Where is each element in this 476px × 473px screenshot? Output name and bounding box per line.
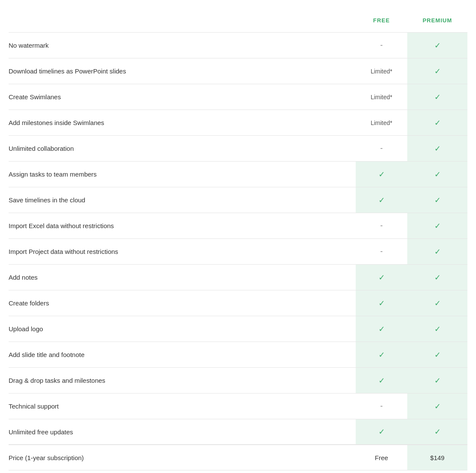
check-icon <box>434 350 441 360</box>
free-column-header: FREE <box>356 17 407 27</box>
check-icon <box>434 402 441 411</box>
table-row: Download timelines as PowerPoint slidesL… <box>9 58 467 84</box>
free-cell: Limited* <box>356 58 407 84</box>
check-icon <box>434 221 441 231</box>
feature-name: Unlimited collaboration <box>9 138 356 159</box>
free-cell <box>356 368 407 393</box>
premium-cell <box>407 239 467 264</box>
feature-name: Import Project data without restrictions <box>9 241 356 262</box>
feature-name: Create folders <box>9 293 356 314</box>
table-row: Save timelines in the cloud <box>9 187 467 213</box>
check-icon <box>434 427 441 436</box>
check-icon <box>434 144 441 153</box>
feature-name: Save timelines in the cloud <box>9 189 356 211</box>
premium-cell <box>407 136 467 161</box>
check-icon <box>378 195 385 205</box>
check-icon <box>434 273 441 282</box>
feature-name: Create Swimlanes <box>9 86 356 107</box>
free-cell: Limited* <box>356 110 407 135</box>
check-icon <box>434 247 441 256</box>
check-icon <box>378 299 385 308</box>
table-row: Add milestones inside SwimlanesLimited* <box>9 110 467 135</box>
check-icon <box>378 350 385 360</box>
dash-icon: - <box>380 247 383 256</box>
check-icon <box>378 427 385 436</box>
table-row: Drag & drop tasks and milestones <box>9 367 467 393</box>
feature-name: Add notes <box>9 267 356 288</box>
premium-cell <box>407 265 467 290</box>
premium-cell <box>407 290 467 316</box>
feature-name: No watermark <box>9 35 356 56</box>
check-icon <box>378 273 385 282</box>
price-free-value: Free <box>356 445 407 470</box>
premium-cell <box>407 213 467 238</box>
free-cell <box>356 342 407 367</box>
premium-cell <box>407 394 467 419</box>
check-icon <box>378 324 385 334</box>
table-row: Import Project data without restrictions… <box>9 238 467 264</box>
premium-cell <box>407 187 467 213</box>
table-row: Create folders <box>9 290 467 316</box>
table-row: Unlimited collaboration- <box>9 135 467 161</box>
dash-icon: - <box>380 221 383 230</box>
free-cell <box>356 162 407 187</box>
feature-name: Unlimited free updates <box>9 421 356 442</box>
premium-cell <box>407 316 467 342</box>
check-icon <box>434 41 441 50</box>
limited-label: Limited* <box>371 68 393 75</box>
table-row: Add slide title and footnote <box>9 342 467 367</box>
rows-container: No watermark-Download timelines as Power… <box>9 32 467 445</box>
check-icon <box>378 376 385 385</box>
premium-cell <box>407 162 467 187</box>
limited-label: Limited* <box>371 119 393 126</box>
premium-cell <box>407 419 467 444</box>
premium-cell <box>407 33 467 58</box>
table-row: Unlimited free updates <box>9 419 467 445</box>
price-row: Price (1-year subscription) Free $149 <box>9 445 467 470</box>
feature-name: Drag & drop tasks and milestones <box>9 370 356 391</box>
feature-name: Upload logo <box>9 318 356 339</box>
feature-name: Add milestones inside Swimlanes <box>9 112 356 133</box>
check-icon <box>434 118 441 128</box>
dash-icon: - <box>380 402 383 411</box>
check-icon <box>434 92 441 102</box>
premium-cell <box>407 58 467 84</box>
check-icon <box>434 299 441 308</box>
premium-cell <box>407 110 467 135</box>
free-cell: - <box>356 33 407 58</box>
free-cell <box>356 265 407 290</box>
free-cell: - <box>356 394 407 419</box>
check-icon <box>434 170 441 179</box>
table-row: Create SwimlanesLimited* <box>9 84 467 110</box>
dash-icon: - <box>380 144 383 153</box>
premium-cell <box>407 84 467 110</box>
feature-name: Technical support <box>9 396 356 417</box>
premium-cell <box>407 368 467 393</box>
table-row: No watermark- <box>9 32 467 58</box>
premium-cell <box>407 342 467 367</box>
feature-name: Import Excel data without restrictions <box>9 215 356 236</box>
check-icon <box>434 324 441 334</box>
check-icon <box>434 376 441 385</box>
check-icon <box>434 195 441 205</box>
free-cell <box>356 316 407 342</box>
price-feature-label: Price (1-year subscription) <box>9 447 356 468</box>
feature-name: Download timelines as PowerPoint slides <box>9 61 356 82</box>
dash-icon: - <box>380 41 383 50</box>
free-cell: - <box>356 136 407 161</box>
comparison-table: FREE PREMIUM No watermark-Download timel… <box>0 0 476 473</box>
feature-name: Assign tasks to team members <box>9 164 356 185</box>
price-premium-value: $149 <box>407 445 467 470</box>
limited-label: Limited* <box>371 94 393 101</box>
table-row: Add notes <box>9 264 467 290</box>
premium-column-header: PREMIUM <box>407 17 467 27</box>
free-cell <box>356 187 407 213</box>
free-cell <box>356 419 407 444</box>
free-cell <box>356 290 407 316</box>
table-header: FREE PREMIUM <box>9 17 467 32</box>
check-icon <box>434 67 441 76</box>
table-row: Assign tasks to team members <box>9 161 467 187</box>
free-cell: Limited* <box>356 84 407 110</box>
free-cell: - <box>356 213 407 238</box>
free-cell: - <box>356 239 407 264</box>
